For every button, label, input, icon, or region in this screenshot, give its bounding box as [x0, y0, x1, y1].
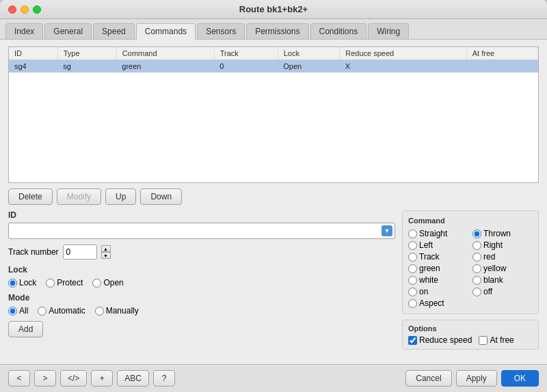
cmd-radio-green[interactable]	[408, 264, 417, 273]
close-tag-button[interactable]: </>	[60, 370, 87, 387]
next-button[interactable]: >	[34, 370, 56, 387]
at-free-checkbox[interactable]	[479, 336, 488, 345]
ok-button[interactable]: OK	[501, 370, 539, 387]
cmd-radio-track[interactable]	[408, 253, 417, 262]
delete-button[interactable]: Delete	[8, 188, 53, 205]
add-button[interactable]: Add	[8, 321, 43, 337]
cell-type: sg	[57, 60, 116, 73]
reduce-speed-label: Reduce speed	[419, 335, 472, 345]
tab-sensors[interactable]: Sensors	[197, 23, 245, 39]
maximize-button[interactable]	[33, 5, 41, 14]
cmd-thrown[interactable]: Thrown	[472, 229, 533, 238]
lock-option-protect[interactable]: Protect	[46, 278, 83, 288]
cmd-radio-blank[interactable]	[472, 276, 481, 285]
cmd-red[interactable]: red	[472, 252, 533, 262]
prev-button[interactable]: <	[8, 370, 30, 387]
cmd-radio-right[interactable]	[472, 241, 481, 250]
cmd-aspect[interactable]: Aspect	[408, 298, 533, 308]
lock-radio-lock-label: Lock	[19, 278, 36, 288]
track-input[interactable]	[63, 244, 97, 260]
spinner-up[interactable]: ▲	[101, 245, 111, 252]
mode-radio-all[interactable]	[8, 307, 17, 316]
tab-speed[interactable]: Speed	[93, 23, 135, 39]
lock-label: Lock	[8, 265, 395, 275]
tab-conditions[interactable]: Conditions	[310, 23, 367, 39]
apply-button[interactable]: Apply	[456, 370, 497, 387]
lock-option-lock[interactable]: Lock	[8, 278, 36, 288]
left-form: ID ▼ Track number ▲ ▼	[8, 210, 395, 357]
tab-wiring[interactable]: Wiring	[368, 23, 409, 39]
minimize-button[interactable]	[21, 5, 29, 14]
cmd-yellow[interactable]: yellow	[472, 264, 533, 273]
lock-radio-open[interactable]	[92, 279, 101, 288]
lock-radio-lock[interactable]	[8, 279, 17, 288]
cell-id: sg4	[9, 60, 57, 73]
cmd-track[interactable]: Track	[408, 252, 468, 262]
cmd-radio-yellow[interactable]	[472, 264, 481, 273]
mode-radio-manually[interactable]	[95, 307, 104, 316]
cmd-right[interactable]: Right	[472, 240, 533, 250]
down-button[interactable]: Down	[140, 188, 182, 205]
tab-general[interactable]: General	[44, 23, 92, 39]
cell-lock: Open	[278, 60, 340, 73]
mode-group: Mode All Automatic Manually	[8, 293, 395, 316]
table-row[interactable]: sg4 sg green 0 Open X	[9, 60, 538, 73]
lock-option-open[interactable]: Open	[92, 278, 123, 288]
at-free-option[interactable]: At free	[479, 335, 513, 345]
traffic-lights	[8, 5, 41, 14]
id-dropdown-arrow[interactable]: ▼	[382, 225, 392, 236]
content-area: ID Type Command Track Lock Reduce speed …	[0, 40, 547, 364]
mode-radio-automatic-label: Automatic	[49, 306, 85, 316]
cmd-radio-on[interactable]	[408, 288, 417, 296]
abc-button[interactable]: ABC	[117, 370, 149, 387]
cmd-radio-thrown[interactable]	[472, 229, 481, 238]
col-at-free: At free	[466, 47, 537, 60]
cmd-radio-white[interactable]	[408, 276, 417, 285]
id-input-wrapper: ▼	[8, 223, 395, 239]
tab-permissions[interactable]: Permissions	[246, 23, 308, 39]
commands-table: ID Type Command Track Lock Reduce speed …	[8, 46, 539, 183]
lock-radio-protect[interactable]	[46, 279, 55, 288]
cmd-off[interactable]: off	[472, 287, 533, 296]
plus-button[interactable]: +	[91, 370, 113, 387]
reduce-speed-checkbox[interactable]	[408, 336, 417, 345]
close-button[interactable]	[8, 5, 16, 14]
cmd-radio-left[interactable]	[408, 241, 417, 250]
cmd-radio-red[interactable]	[472, 253, 481, 262]
help-button[interactable]: ?	[153, 370, 175, 387]
cmd-on[interactable]: on	[408, 287, 468, 296]
command-panel: Command Straight Thrown Left	[402, 210, 539, 314]
tab-commands[interactable]: Commands	[136, 23, 196, 40]
cancel-button[interactable]: Cancel	[405, 370, 451, 387]
mode-option-all[interactable]: All	[8, 306, 28, 316]
cmd-blank[interactable]: blank	[472, 275, 533, 285]
tab-index[interactable]: Index	[5, 23, 43, 39]
mode-option-manually[interactable]: Manually	[95, 306, 139, 316]
cmd-radio-off[interactable]	[472, 288, 481, 296]
spinner-down[interactable]: ▼	[101, 252, 111, 259]
lock-radio-group: Lock Protect Open	[8, 278, 395, 288]
cmd-white[interactable]: white	[408, 275, 468, 285]
window-title: Route bk1+bk2+	[239, 4, 308, 14]
lock-radio-protect-label: Protect	[57, 278, 83, 288]
up-button[interactable]: Up	[105, 188, 136, 205]
cell-reduce-speed: X	[340, 60, 467, 73]
cmd-radio-aspect[interactable]	[408, 299, 417, 308]
modify-button[interactable]: Modify	[57, 188, 101, 205]
mode-radio-automatic[interactable]	[38, 307, 46, 316]
right-panel: Command Straight Thrown Left	[402, 210, 539, 357]
cmd-radio-straight[interactable]	[408, 229, 417, 238]
id-input[interactable]	[8, 223, 395, 239]
cell-command: green	[116, 60, 214, 73]
cmd-label-thrown: Thrown	[483, 229, 511, 238]
mode-option-automatic[interactable]: Automatic	[38, 306, 85, 316]
options-row: Reduce speed At free	[408, 335, 533, 345]
main-window: Route bk1+bk2+ Index General Speed Comma…	[0, 0, 547, 392]
cmd-label-red: red	[483, 252, 495, 262]
reduce-speed-option[interactable]: Reduce speed	[408, 335, 472, 345]
cmd-straight[interactable]: Straight	[408, 229, 468, 238]
cmd-green[interactable]: green	[408, 264, 468, 273]
cmd-left[interactable]: Left	[408, 240, 468, 250]
cmd-label-on: on	[419, 287, 428, 296]
cell-at-free	[466, 60, 537, 73]
